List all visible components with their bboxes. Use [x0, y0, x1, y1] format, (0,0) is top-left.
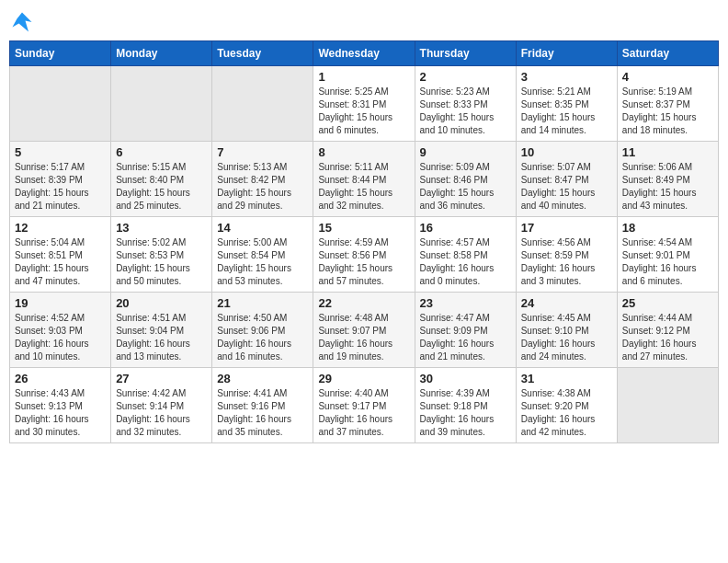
- day-info: Sunrise: 5:19 AMSunset: 8:37 PMDaylight:…: [622, 86, 713, 137]
- calendar-table: SundayMondayTuesdayWednesdayThursdayFrid…: [9, 40, 719, 443]
- calendar-cell: 20Sunrise: 4:51 AMSunset: 9:04 PMDayligh…: [111, 293, 212, 368]
- day-info: Sunrise: 4:59 AMSunset: 8:56 PMDaylight:…: [318, 236, 409, 288]
- day-number: 25: [622, 296, 713, 310]
- calendar-cell: 10Sunrise: 5:07 AMSunset: 8:47 PMDayligh…: [516, 142, 617, 217]
- day-number: 12: [15, 221, 106, 235]
- day-number: 17: [521, 221, 612, 235]
- header-friday: Friday: [516, 41, 617, 66]
- calendar-cell: 12Sunrise: 5:04 AMSunset: 8:51 PMDayligh…: [10, 217, 111, 293]
- day-number: 7: [217, 145, 308, 159]
- day-number: 5: [15, 145, 106, 159]
- calendar-cell: 7Sunrise: 5:13 AMSunset: 8:42 PMDaylight…: [212, 142, 313, 217]
- day-number: 29: [318, 372, 409, 385]
- day-number: 4: [622, 70, 713, 84]
- day-number: 10: [521, 145, 612, 159]
- day-info: Sunrise: 5:00 AMSunset: 8:54 PMDaylight:…: [217, 236, 308, 288]
- calendar-cell: 9Sunrise: 5:09 AMSunset: 8:46 PMDaylight…: [415, 142, 516, 217]
- day-info: Sunrise: 5:23 AMSunset: 8:33 PMDaylight:…: [420, 86, 511, 137]
- day-info: Sunrise: 5:25 AMSunset: 8:31 PMDaylight:…: [318, 86, 409, 137]
- day-info: Sunrise: 4:40 AMSunset: 9:17 PMDaylight:…: [318, 387, 409, 439]
- calendar-cell: 13Sunrise: 5:02 AMSunset: 8:53 PMDayligh…: [111, 217, 212, 293]
- calendar-cell: 26Sunrise: 4:43 AMSunset: 9:13 PMDayligh…: [10, 368, 111, 443]
- day-number: 15: [318, 221, 409, 235]
- day-number: 26: [15, 372, 106, 385]
- calendar-week-row: 1Sunrise: 5:25 AMSunset: 8:31 PMDaylight…: [10, 66, 719, 142]
- calendar-week-row: 19Sunrise: 4:52 AMSunset: 9:03 PMDayligh…: [10, 293, 719, 368]
- day-info: Sunrise: 4:44 AMSunset: 9:12 PMDaylight:…: [622, 312, 713, 363]
- day-info: Sunrise: 5:06 AMSunset: 8:49 PMDaylight:…: [622, 161, 713, 213]
- day-info: Sunrise: 4:50 AMSunset: 9:06 PMDaylight:…: [217, 312, 308, 363]
- calendar-cell: 5Sunrise: 5:17 AMSunset: 8:39 PMDaylight…: [10, 142, 111, 217]
- calendar-cell: 19Sunrise: 4:52 AMSunset: 9:03 PMDayligh…: [10, 293, 111, 368]
- day-number: 18: [622, 221, 713, 235]
- day-info: Sunrise: 4:39 AMSunset: 9:18 PMDaylight:…: [420, 387, 511, 439]
- day-info: Sunrise: 5:07 AMSunset: 8:47 PMDaylight:…: [521, 161, 612, 213]
- day-info: Sunrise: 5:15 AMSunset: 8:40 PMDaylight:…: [116, 161, 207, 213]
- calendar-week-row: 12Sunrise: 5:04 AMSunset: 8:51 PMDayligh…: [10, 217, 719, 293]
- day-number: 1: [318, 70, 409, 84]
- calendar-cell: 3Sunrise: 5:21 AMSunset: 8:35 PMDaylight…: [516, 66, 617, 142]
- day-info: Sunrise: 4:38 AMSunset: 9:20 PMDaylight:…: [521, 387, 612, 439]
- day-number: 30: [420, 372, 511, 385]
- day-number: 2: [420, 70, 511, 84]
- calendar-cell: 23Sunrise: 4:47 AMSunset: 9:09 PMDayligh…: [415, 293, 516, 368]
- day-info: Sunrise: 4:45 AMSunset: 9:10 PMDaylight:…: [521, 312, 612, 363]
- header-monday: Monday: [111, 41, 212, 66]
- svg-marker-0: [13, 13, 32, 32]
- calendar-cell: 15Sunrise: 4:59 AMSunset: 8:56 PMDayligh…: [313, 217, 415, 293]
- day-info: Sunrise: 4:56 AMSunset: 8:59 PMDaylight:…: [521, 236, 612, 288]
- day-number: 20: [116, 296, 207, 310]
- day-number: 31: [521, 372, 612, 385]
- calendar-cell: 31Sunrise: 4:38 AMSunset: 9:20 PMDayligh…: [516, 368, 617, 443]
- calendar-cell: 28Sunrise: 4:41 AMSunset: 9:16 PMDayligh…: [212, 368, 313, 443]
- calendar-cell: 21Sunrise: 4:50 AMSunset: 9:06 PMDayligh…: [212, 293, 313, 368]
- header-thursday: Thursday: [415, 41, 516, 66]
- day-number: 28: [217, 372, 308, 385]
- calendar-cell: 29Sunrise: 4:40 AMSunset: 9:17 PMDayligh…: [313, 368, 415, 443]
- calendar-cell: [212, 66, 313, 142]
- day-number: 14: [217, 221, 308, 235]
- day-info: Sunrise: 4:54 AMSunset: 9:01 PMDaylight:…: [622, 236, 713, 288]
- day-info: Sunrise: 5:21 AMSunset: 8:35 PMDaylight:…: [521, 86, 612, 137]
- calendar-cell: 6Sunrise: 5:15 AMSunset: 8:40 PMDaylight…: [111, 142, 212, 217]
- day-info: Sunrise: 4:57 AMSunset: 8:58 PMDaylight:…: [420, 236, 511, 288]
- calendar-week-row: 26Sunrise: 4:43 AMSunset: 9:13 PMDayligh…: [10, 368, 719, 443]
- calendar-cell: [617, 368, 718, 443]
- header-wednesday: Wednesday: [313, 41, 415, 66]
- header-sunday: Sunday: [10, 41, 111, 66]
- day-number: 16: [420, 221, 511, 235]
- day-info: Sunrise: 4:41 AMSunset: 9:16 PMDaylight:…: [217, 387, 308, 439]
- day-info: Sunrise: 4:47 AMSunset: 9:09 PMDaylight:…: [420, 312, 511, 363]
- day-info: Sunrise: 5:09 AMSunset: 8:46 PMDaylight:…: [420, 161, 511, 213]
- day-info: Sunrise: 4:43 AMSunset: 9:13 PMDaylight:…: [15, 387, 106, 439]
- calendar-cell: 8Sunrise: 5:11 AMSunset: 8:44 PMDaylight…: [313, 142, 415, 217]
- calendar-cell: 2Sunrise: 5:23 AMSunset: 8:33 PMDaylight…: [415, 66, 516, 142]
- day-info: Sunrise: 4:42 AMSunset: 9:14 PMDaylight:…: [116, 387, 207, 439]
- calendar-cell: 24Sunrise: 4:45 AMSunset: 9:10 PMDayligh…: [516, 293, 617, 368]
- day-number: 19: [15, 296, 106, 310]
- logo-icon: [9, 9, 35, 35]
- calendar-header-row: SundayMondayTuesdayWednesdayThursdayFrid…: [10, 41, 719, 66]
- calendar-cell: 11Sunrise: 5:06 AMSunset: 8:49 PMDayligh…: [617, 142, 718, 217]
- day-number: 24: [521, 296, 612, 310]
- day-info: Sunrise: 5:11 AMSunset: 8:44 PMDaylight:…: [318, 161, 409, 213]
- day-info: Sunrise: 4:48 AMSunset: 9:07 PMDaylight:…: [318, 312, 409, 363]
- calendar-cell: 17Sunrise: 4:56 AMSunset: 8:59 PMDayligh…: [516, 217, 617, 293]
- day-info: Sunrise: 5:02 AMSunset: 8:53 PMDaylight:…: [116, 236, 207, 288]
- day-number: 9: [420, 145, 511, 159]
- day-number: 11: [622, 145, 713, 159]
- calendar-cell: 22Sunrise: 4:48 AMSunset: 9:07 PMDayligh…: [313, 293, 415, 368]
- day-number: 22: [318, 296, 409, 310]
- calendar-cell: 27Sunrise: 4:42 AMSunset: 9:14 PMDayligh…: [111, 368, 212, 443]
- calendar-cell: 1Sunrise: 5:25 AMSunset: 8:31 PMDaylight…: [313, 66, 415, 142]
- day-info: Sunrise: 5:04 AMSunset: 8:51 PMDaylight:…: [15, 236, 106, 288]
- calendar-cell: 18Sunrise: 4:54 AMSunset: 9:01 PMDayligh…: [617, 217, 718, 293]
- logo: [9, 9, 39, 35]
- day-info: Sunrise: 4:52 AMSunset: 9:03 PMDaylight:…: [15, 312, 106, 363]
- header-tuesday: Tuesday: [212, 41, 313, 66]
- calendar-cell: [111, 66, 212, 142]
- day-number: 13: [116, 221, 207, 235]
- day-number: 23: [420, 296, 511, 310]
- calendar-week-row: 5Sunrise: 5:17 AMSunset: 8:39 PMDaylight…: [10, 142, 719, 217]
- day-info: Sunrise: 5:13 AMSunset: 8:42 PMDaylight:…: [217, 161, 308, 213]
